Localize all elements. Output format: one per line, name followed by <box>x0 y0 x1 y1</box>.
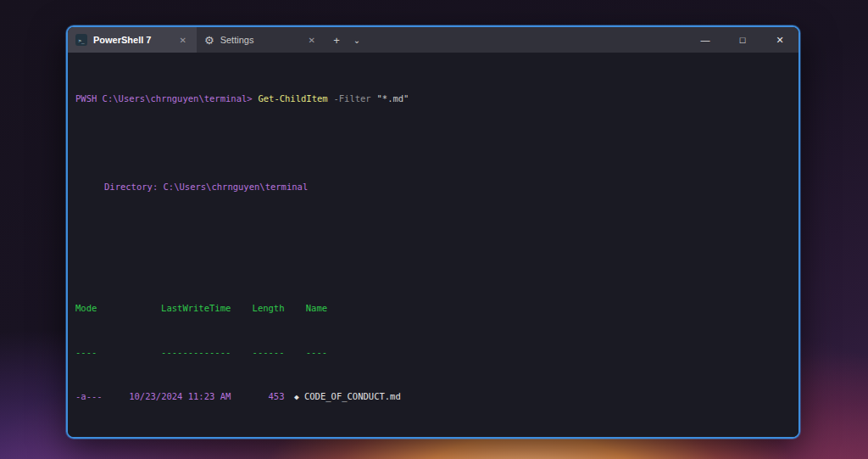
titlebar-drag-region[interactable] <box>366 27 687 53</box>
gear-icon: ⚙ <box>204 35 214 46</box>
maximize-button[interactable]: □ <box>724 27 761 53</box>
header-mode: Mode <box>75 303 129 314</box>
tab-powershell[interactable]: >_ PowerShell 7 ✕ <box>68 27 197 53</box>
command-text: Get-ChildItem <box>258 93 327 104</box>
terminal-window: >_ PowerShell 7 ✕ ⚙ Settings ✕ + ⌄ — □ ✕… <box>66 25 800 439</box>
table-underline-row: ---- ------------- ------ ---- <box>75 347 798 358</box>
terminal-viewport[interactable]: PWSH C:\Users\chrnguyen\terminal> Get-Ch… <box>68 53 798 439</box>
table-header-row: Mode LastWriteTime Length Name <box>75 303 798 314</box>
file-date: 10/23/2024 <box>129 391 182 402</box>
new-tab-button[interactable]: + <box>326 27 348 53</box>
header-lastwritetime: LastWriteTime <box>129 303 231 314</box>
tab-settings-label: Settings <box>220 35 300 45</box>
header-name: Name <box>306 303 327 314</box>
minimize-button[interactable]: — <box>687 27 724 53</box>
command-param: -Filter <box>333 93 370 104</box>
close-button[interactable]: ✕ <box>761 27 798 53</box>
file-date: 10/23/2024 <box>129 435 182 439</box>
table-row: -a--- 10/23/2024 11:23 AM 453 ◆ CODE_OF_… <box>75 391 798 402</box>
tab-settings-close-icon[interactable]: ✕ <box>306 35 318 46</box>
file-time: 11:23 AM <box>182 391 231 402</box>
command-line: PWSH C:\Users\chrnguyen\terminal> Get-Ch… <box>75 93 798 104</box>
prompt: PWSH C:\Users\chrnguyen\terminal> <box>75 93 253 104</box>
file-mode: -a--- <box>75 435 129 439</box>
command-arg: "*.md" <box>377 93 409 104</box>
markdown-file-icon: ◆ <box>285 391 299 402</box>
tab-settings[interactable]: ⚙ Settings ✕ <box>197 27 326 53</box>
tab-powershell-label: PowerShell 7 <box>93 35 171 45</box>
file-name: CONTRIBUTING.md <box>304 435 385 439</box>
file-mode: -a--- <box>75 391 129 402</box>
titlebar[interactable]: >_ PowerShell 7 ✕ ⚙ Settings ✕ + ⌄ — □ ✕ <box>68 27 798 53</box>
directory-line: Directory: C:\Users\chrnguyen\terminal <box>75 182 798 193</box>
header-length: Length <box>231 303 284 314</box>
file-length: 13366 <box>231 435 284 439</box>
tab-powershell-close-icon[interactable]: ✕ <box>177 35 189 46</box>
table-row: -a--- 10/23/2024 11:23 AM 13366 ◆ CONTRI… <box>75 435 798 439</box>
tab-dropdown-button[interactable]: ⌄ <box>348 27 366 53</box>
markdown-file-icon: ◆ <box>285 435 299 439</box>
file-name: CODE_OF_CONDUCT.md <box>304 391 401 402</box>
window-controls: — □ ✕ <box>687 27 798 53</box>
powershell-icon: >_ <box>75 34 87 46</box>
file-time: 11:23 AM <box>182 435 231 439</box>
file-length: 453 <box>231 391 284 402</box>
